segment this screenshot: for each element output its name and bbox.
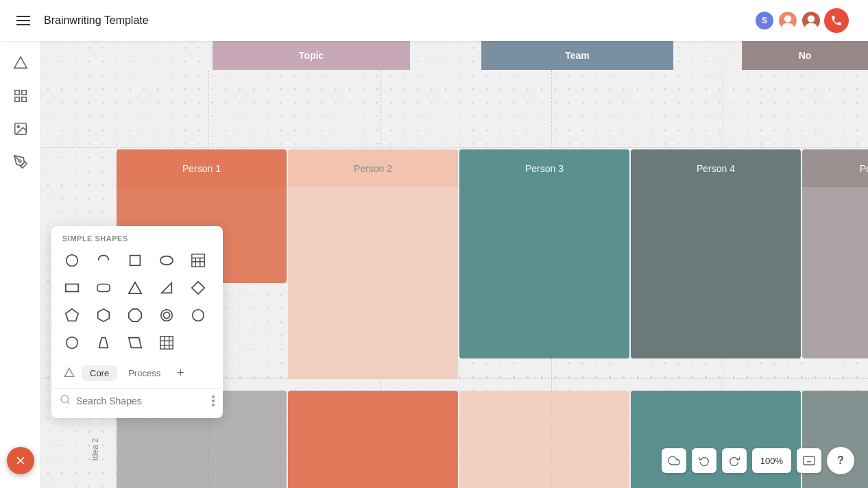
avatar-p1[interactable] — [777, 10, 798, 31]
svg-point-16 — [160, 256, 173, 265]
svg-point-42 — [61, 395, 69, 403]
shape-circle[interactable] — [60, 248, 84, 273]
svg-point-0 — [784, 15, 791, 22]
shape-parallelogram[interactable] — [123, 330, 147, 355]
person-4-card: Person 4 — [631, 149, 801, 358]
avatars-group: S — [754, 8, 849, 33]
shapes-tabs: Core Process + — [51, 361, 223, 389]
redo-button[interactable] — [722, 448, 747, 473]
shape-grid[interactable] — [154, 330, 179, 355]
shapes-grid — [51, 248, 223, 361]
keyboard-button[interactable] — [797, 448, 821, 473]
shape-diamond[interactable] — [186, 276, 210, 300]
column-headers: Topic Team No — [41, 41, 868, 70]
shape-arc[interactable] — [91, 248, 116, 273]
sidebar-draw-icon[interactable] — [7, 148, 34, 175]
search-input[interactable] — [76, 395, 206, 406]
svg-rect-23 — [97, 284, 110, 292]
svg-rect-44 — [804, 456, 815, 465]
shapes-search — [51, 389, 223, 413]
shape-circle2[interactable] — [60, 330, 84, 355]
svg-point-1 — [782, 23, 793, 31]
col-header-no: No — [742, 41, 868, 70]
shapes-tab-process[interactable]: Process — [120, 365, 169, 381]
app-title: Brainwriting Template — [44, 14, 754, 27]
shapes-tab-icon[interactable] — [60, 363, 79, 382]
svg-rect-15 — [130, 256, 141, 266]
svg-line-43 — [67, 402, 69, 404]
svg-point-2 — [808, 15, 815, 22]
shape-square[interactable] — [123, 248, 147, 273]
shape-pentagon[interactable] — [60, 303, 84, 328]
svg-point-11 — [19, 160, 21, 162]
sidebar-grid-icon[interactable] — [7, 82, 34, 110]
avatar-p2[interactable] — [801, 10, 821, 31]
cloud-button[interactable] — [662, 448, 686, 473]
shape-rect[interactable] — [60, 276, 84, 300]
shapes-tab-core[interactable]: Core — [82, 365, 117, 381]
shape-trapezoid[interactable] — [91, 330, 116, 355]
shape-round-rect[interactable] — [91, 276, 116, 300]
sidebar-image-icon[interactable] — [7, 115, 34, 143]
svg-marker-25 — [162, 283, 172, 293]
search-icon — [60, 394, 71, 407]
shape-hexagon[interactable] — [91, 303, 116, 328]
svg-point-31 — [163, 312, 169, 318]
shape-triangle[interactable] — [123, 276, 147, 300]
top-bar: Brainwriting Template S — [0, 0, 868, 41]
zoom-level[interactable]: 100% — [752, 448, 791, 473]
svg-point-10 — [17, 125, 19, 127]
shapes-section-title: SIMPLE SHAPES — [51, 226, 223, 248]
svg-marker-28 — [98, 309, 110, 321]
col-header-team: Team — [481, 41, 673, 70]
person-5-card: Per... — [802, 149, 868, 358]
svg-marker-26 — [192, 282, 204, 294]
svg-rect-17 — [192, 254, 204, 267]
svg-rect-6 — [21, 90, 25, 95]
sidebar-shapes-icon[interactable] — [7, 49, 34, 77]
bottom-card-orange — [288, 391, 458, 488]
svg-rect-36 — [160, 337, 173, 349]
svg-marker-27 — [66, 309, 78, 321]
svg-point-32 — [193, 310, 204, 321]
call-button[interactable] — [824, 8, 849, 33]
person-3-card: Person 3 — [459, 149, 629, 358]
svg-rect-5 — [14, 90, 19, 95]
svg-point-3 — [805, 23, 817, 31]
undo-button[interactable] — [692, 448, 716, 473]
svg-marker-29 — [129, 309, 141, 321]
svg-marker-24 — [129, 282, 141, 294]
shape-circle-outline[interactable] — [154, 303, 179, 328]
shape-right-triangle[interactable] — [154, 276, 179, 300]
more-options-icon[interactable] — [212, 395, 215, 406]
left-sidebar — [0, 41, 41, 488]
bottom-toolbar: 100% ? — [662, 447, 854, 474]
svg-rect-22 — [66, 284, 78, 292]
menu-button[interactable] — [11, 8, 36, 33]
bottom-card-peach — [459, 391, 629, 488]
shapes-panel: SIMPLE SHAPES — [51, 226, 223, 418]
shape-table[interactable] — [186, 248, 210, 273]
svg-point-30 — [161, 310, 173, 321]
col-header-topic: Topic — [213, 41, 410, 70]
shapes-tab-add[interactable]: + — [171, 364, 189, 382]
avatar-s[interactable]: S — [754, 10, 775, 31]
svg-point-14 — [67, 255, 78, 267]
person-2-card: Person 2 — [288, 149, 458, 379]
svg-rect-8 — [21, 97, 25, 101]
shape-ellipse[interactable] — [154, 248, 179, 273]
svg-marker-35 — [129, 338, 141, 348]
hamburger-icon — [16, 16, 30, 25]
svg-point-33 — [67, 337, 78, 349]
svg-marker-4 — [14, 57, 26, 69]
close-fab-button[interactable] — [7, 447, 34, 474]
help-button[interactable]: ? — [827, 447, 854, 474]
idea-label: Idea 2 — [91, 438, 100, 461]
svg-marker-41 — [64, 368, 73, 376]
shape-circle-sm[interactable] — [186, 303, 210, 328]
shape-octagon[interactable] — [123, 303, 147, 328]
svg-marker-34 — [99, 338, 108, 348]
svg-rect-7 — [14, 97, 19, 101]
